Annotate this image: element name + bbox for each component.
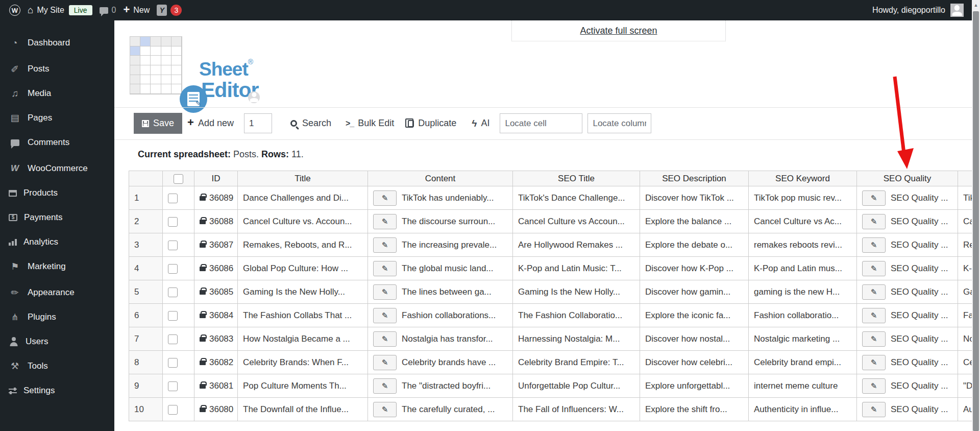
title-cell[interactable]: How Nostalgia Became a ... — [238, 327, 368, 351]
comments-shortcut[interactable]: 0 — [100, 6, 116, 15]
title-cell[interactable]: The Downfall of the Influe... — [238, 398, 368, 421]
title-cell[interactable]: Pop Culture Moments Th... — [238, 374, 368, 398]
id-cell[interactable]: 36084 — [194, 304, 238, 327]
content-cell[interactable]: Nostalgia has transfor... — [368, 327, 513, 351]
seo-title-cell[interactable]: The Fashion Collaboratio... — [513, 304, 640, 327]
save-button[interactable]: Save — [134, 113, 182, 134]
col-header-seo-quality[interactable]: SEO Quality — [857, 171, 958, 186]
row-number[interactable]: 2 — [129, 210, 163, 233]
seo-title-cell[interactable]: K-Pop and Latin Music: T... — [513, 257, 640, 280]
seo-description-cell[interactable]: Explore the iconic fa... — [640, 304, 749, 327]
seo-quality-cell[interactable]: SEO Quality ... — [857, 304, 958, 327]
open-content-editor-button[interactable] — [373, 331, 397, 347]
id-cell[interactable]: 36087 — [194, 233, 238, 257]
id-cell[interactable]: 36089 — [194, 186, 238, 210]
row-checkbox[interactable] — [168, 334, 178, 344]
yoast-notifications[interactable]: 3 — [157, 5, 182, 16]
seo-quality-cell[interactable]: SEO Quality ... — [857, 351, 958, 374]
row-checkbox[interactable] — [168, 311, 178, 321]
seo-keyword-cell[interactable]: Fashion collaboratio... — [749, 304, 857, 327]
seo-quality-cell[interactable]: SEO Quality ... — [857, 186, 958, 210]
seo-description-cell[interactable]: Explore the balance ... — [640, 210, 749, 233]
sidebar-item[interactable]: WooCommerce — [0, 159, 114, 178]
seo-quality-cell[interactable]: SEO Quality ... — [857, 210, 958, 233]
sidebar-item[interactable]: Products — [0, 184, 114, 202]
row-checkbox[interactable] — [168, 288, 178, 297]
row-number[interactable]: 3 — [129, 233, 163, 257]
user-avatar[interactable] — [950, 4, 964, 17]
seo-title-cell[interactable]: Cancel Culture vs Accoun... — [513, 210, 640, 233]
seo-quality-cell[interactable]: SEO Quality ... — [857, 327, 958, 351]
sidebar-item[interactable]: Settings — [0, 381, 114, 400]
title-cell[interactable]: Gaming Is the New Holly... — [238, 280, 368, 304]
seo-keyword-cell[interactable]: TikTok pop music rev... — [749, 186, 857, 210]
seo-title-cell[interactable]: Unforgettable Pop Cultur... — [513, 374, 640, 398]
activate-fullscreen-link[interactable]: Activate full screen — [580, 26, 657, 36]
my-site-link[interactable]: My Site Live — [28, 5, 92, 16]
row-checkbox[interactable] — [168, 264, 178, 274]
content-cell[interactable]: The lines between ga... — [368, 280, 513, 304]
seo-title-cell[interactable]: TikTok's Dance Challenge... — [513, 186, 640, 210]
sidebar-item[interactable]: Pages — [0, 109, 114, 127]
sidebar-item[interactable]: Appearance — [0, 283, 114, 302]
seo-description-cell[interactable]: Discover how nostal... — [640, 327, 749, 351]
row-number[interactable]: 4 — [129, 257, 163, 280]
seo-description-cell[interactable]: Discover how TikTok ... — [640, 186, 749, 210]
scrollbar-thumb[interactable] — [973, 11, 979, 431]
locate-cell-input[interactable] — [500, 113, 582, 133]
sidebar-item[interactable]: Payments — [0, 208, 114, 227]
title-cell[interactable]: Dance Challenges and Di... — [238, 186, 368, 210]
open-seo-quality-editor-button[interactable] — [862, 378, 886, 394]
row-checkbox[interactable] — [168, 381, 178, 391]
ai-button[interactable]: AI — [472, 118, 489, 129]
open-content-editor-button[interactable] — [373, 261, 397, 276]
seo-description-cell[interactable]: Discover how celebri... — [640, 351, 749, 374]
seo-title-cell[interactable]: The Fall of Influencers: W... — [513, 398, 640, 421]
seo-keyword-cell[interactable]: Authenticity in influe... — [749, 398, 857, 421]
bulk-edit-button[interactable]: Bulk Edit — [346, 118, 394, 129]
open-seo-quality-editor-button[interactable] — [862, 190, 886, 206]
seo-description-cell[interactable]: Explore the debate o... — [640, 233, 749, 257]
open-content-editor-button[interactable] — [373, 190, 397, 206]
row-checkbox[interactable] — [168, 194, 178, 203]
seo-description-cell[interactable]: Discover how K-Pop ... — [640, 257, 749, 280]
id-cell[interactable]: 36082 — [194, 351, 238, 374]
row-checkbox[interactable] — [168, 241, 178, 250]
title-cell[interactable]: Celebrity Brands: When F... — [238, 351, 368, 374]
search-button[interactable]: Search — [290, 118, 331, 129]
col-header-seo-keyword[interactable]: SEO Keyword — [749, 171, 857, 186]
seo-keyword-cell[interactable]: K-Pop and Latin mus... — [749, 257, 857, 280]
id-cell[interactable]: 36080 — [194, 398, 238, 421]
row-checkbox[interactable] — [168, 358, 178, 368]
col-header-seo-description[interactable]: SEO Description — [640, 171, 749, 186]
row-number[interactable]: 6 — [129, 304, 163, 327]
open-seo-quality-editor-button[interactable] — [862, 402, 886, 417]
col-header-title[interactable]: Title — [238, 171, 368, 186]
sidebar-item[interactable]: Media — [0, 84, 114, 103]
id-cell[interactable]: 36083 — [194, 327, 238, 351]
id-cell[interactable]: 36086 — [194, 257, 238, 280]
id-cell[interactable]: 36081 — [194, 374, 238, 398]
add-new-button[interactable]: Add new — [187, 118, 234, 129]
sidebar-item[interactable]: Users — [0, 332, 114, 351]
row-checkbox[interactable] — [168, 405, 178, 415]
seo-title-cell[interactable]: Are Hollywood Remakes ... — [513, 233, 640, 257]
seo-description-cell[interactable]: Discover how gamin... — [640, 280, 749, 304]
seo-description-cell[interactable]: Explore the shift fro... — [640, 398, 749, 421]
open-content-editor-button[interactable] — [373, 284, 397, 300]
title-cell[interactable]: Global Pop Culture: How ... — [238, 257, 368, 280]
scroll-up-arrow-icon[interactable]: ▲ — [972, 3, 980, 8]
seo-keyword-cell[interactable]: remakes reboots revi... — [749, 233, 857, 257]
seo-keyword-cell[interactable]: Cancel Culture vs Ac... — [749, 210, 857, 233]
row-number[interactable]: 9 — [129, 374, 163, 398]
open-seo-quality-editor-button[interactable] — [862, 237, 886, 253]
sidebar-item[interactable]: Marketing — [0, 257, 114, 276]
seo-description-cell[interactable]: Explore unforgettabl... — [640, 374, 749, 398]
col-header-seo-title[interactable]: SEO Title — [513, 171, 640, 186]
seo-keyword-cell[interactable]: internet meme culture — [749, 374, 857, 398]
open-seo-quality-editor-button[interactable] — [862, 308, 886, 323]
sidebar-item[interactable]: Posts — [0, 60, 114, 78]
title-cell[interactable]: Remakes, Reboots, and R... — [238, 233, 368, 257]
row-checkbox[interactable] — [168, 217, 178, 227]
duplicate-button[interactable]: Duplicate — [405, 118, 456, 129]
